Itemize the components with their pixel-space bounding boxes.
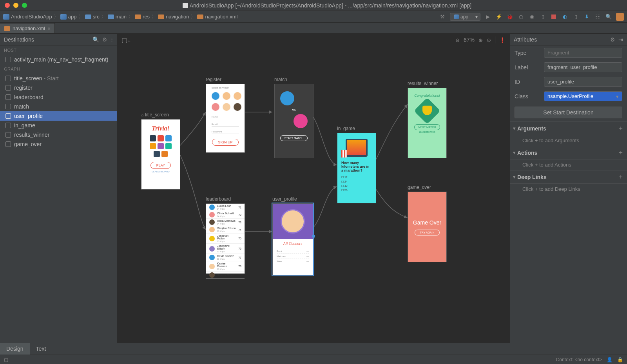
destination-item-match[interactable]: match bbox=[0, 102, 117, 111]
search-icon[interactable]: 🔍 bbox=[605, 13, 612, 20]
breadcrumb-item[interactable]: main bbox=[108, 14, 127, 20]
breadcrumb-item[interactable]: res bbox=[135, 14, 150, 20]
debug-icon[interactable]: 🐞 bbox=[506, 13, 513, 20]
destination-item-title_screen[interactable]: title_screen - Start bbox=[0, 74, 117, 83]
chevron-down-icon: ▾ bbox=[513, 125, 516, 131]
fragment-icon bbox=[5, 85, 11, 91]
maximize-window-button[interactable] bbox=[22, 3, 27, 8]
stop-button[interactable] bbox=[550, 13, 557, 20]
new-destination-icon[interactable]: ▢₊ bbox=[121, 36, 130, 44]
fragment-icon bbox=[5, 141, 11, 147]
folder-icon bbox=[108, 14, 114, 19]
tool-window-icon[interactable]: ▢ bbox=[4, 357, 8, 362]
folder-icon bbox=[135, 14, 141, 19]
zoom-in-icon[interactable]: ⊕ bbox=[478, 37, 483, 43]
attributes-panel: Attributes ⚙ ⇥ Type Fragment Label ID Cl… bbox=[509, 34, 627, 343]
breadcrumb-item[interactable]: src bbox=[85, 14, 100, 20]
search-icon[interactable]: 🔍 bbox=[92, 36, 99, 43]
action-handle[interactable] bbox=[312, 235, 315, 238]
gear-icon[interactable]: ⚙ bbox=[102, 36, 107, 43]
screen-match[interactable]: match vs START MATCH bbox=[274, 77, 314, 158]
editor-mode-tabs: Design Text bbox=[0, 343, 627, 355]
host-item[interactable]: activity_main (my_nav_host_fragment) bbox=[0, 55, 117, 64]
gear-icon[interactable]: ⚙ bbox=[610, 36, 615, 43]
add-deeplink-icon[interactable]: ＋ bbox=[618, 173, 624, 181]
screen-user-profile[interactable]: user_profile Ali Connors Rank—Matches—Wi… bbox=[272, 196, 313, 275]
leaderboard-row: Sawyer Stuart bbox=[206, 272, 245, 279]
context-status[interactable]: Context: <no context> bbox=[556, 357, 602, 362]
module-icon bbox=[3, 14, 9, 20]
build-icon[interactable]: ⚒ bbox=[439, 13, 446, 20]
leaderboard-row: Devin Gomez13 M pts77 bbox=[206, 254, 245, 261]
lock-icon[interactable]: 🔒 bbox=[617, 357, 623, 362]
class-select[interactable]: nsample.UserProfile bbox=[544, 91, 622, 101]
nav-editor-canvas[interactable]: ▢₊ ⊖ 67% ⊕ ⊙ ❗ ⌂title_screen bbox=[118, 34, 509, 343]
sdk-icon[interactable]: ⬇ bbox=[583, 13, 590, 20]
destinations-panel: Destinations 🔍 ⚙ ↕ HOST activity_main (m… bbox=[0, 34, 118, 343]
titlebar: AndroidStudioApp [~/AndroidStudioProject… bbox=[0, 0, 627, 11]
leaderboard-row: Kaylee Dawson13 M pts78 bbox=[206, 261, 245, 272]
breadcrumb: AndroidStudioApp〉 app〉 src〉 main〉 res〉 n… bbox=[3, 13, 439, 20]
folder-icon bbox=[85, 14, 91, 19]
tab-text[interactable]: Text bbox=[30, 343, 53, 355]
label-field[interactable] bbox=[544, 62, 622, 72]
destination-item-in_game[interactable]: in_game bbox=[0, 121, 117, 130]
leaderboard-row: Xiaojian Ellison13 M pts74 bbox=[206, 226, 245, 234]
screen-leaderboard[interactable]: leaderboard Lucas Leon14 M pts71Olivia S… bbox=[206, 196, 245, 274]
run-icon[interactable]: ▶ bbox=[484, 13, 491, 20]
leaderboard-row: Josephine Ellison13 M pts76 bbox=[206, 244, 245, 254]
leaderboard-row: Alicia Mathews14 M pts73 bbox=[206, 219, 245, 226]
fragment-icon bbox=[5, 104, 11, 109]
minimize-icon[interactable]: ⇥ bbox=[618, 36, 623, 43]
minimize-window-button[interactable] bbox=[13, 3, 18, 8]
destination-item-results_winner[interactable]: results_winner bbox=[0, 130, 117, 139]
destination-item-leaderboard[interactable]: leaderboard bbox=[0, 92, 117, 102]
deeplinks-section[interactable]: ▾ Deep Links ＋ bbox=[510, 170, 627, 184]
chevron-down-icon: ▾ bbox=[513, 174, 516, 180]
screen-results-winner[interactable]: results_winner Congratulations! NEXT MAT… bbox=[408, 81, 447, 158]
screen-in-game[interactable]: in_game How many kilometers are in a mar… bbox=[337, 126, 376, 203]
id-field[interactable] bbox=[544, 77, 622, 87]
breadcrumb-item[interactable]: navigation.xml bbox=[197, 14, 237, 20]
run-config-select[interactable]: app▾ bbox=[450, 13, 480, 21]
profiler-icon[interactable]: ◷ bbox=[517, 13, 524, 20]
breadcrumb-item[interactable]: app bbox=[60, 14, 77, 20]
xml-icon bbox=[4, 26, 10, 31]
errors-icon[interactable]: ❗ bbox=[499, 37, 506, 43]
leaderboard-row: Jonathan Patton13 M pts75 bbox=[206, 234, 245, 244]
attach-icon[interactable]: ◉ bbox=[528, 13, 535, 20]
host-section-label: HOST bbox=[0, 45, 117, 55]
apply-changes-icon[interactable]: ⚡ bbox=[495, 13, 502, 20]
screen-register[interactable]: register Select an Avatar Name Email Pas… bbox=[206, 77, 245, 153]
fragment-icon bbox=[5, 123, 11, 128]
actions-section[interactable]: ▾ Actions ＋ bbox=[510, 146, 627, 159]
close-window-button[interactable] bbox=[5, 3, 10, 8]
sync-icon[interactable]: ◐ bbox=[561, 13, 568, 20]
xml-icon bbox=[197, 14, 203, 19]
leaderboard-row: Olivia Schmitt14 M pts72 bbox=[206, 211, 245, 219]
add-action-icon[interactable]: ＋ bbox=[618, 148, 624, 157]
destination-item-user_profile[interactable]: user_profile bbox=[0, 111, 117, 121]
avd-icon[interactable]: ▯ bbox=[572, 13, 579, 20]
set-start-destination-button[interactable]: Set Start Destination bbox=[515, 107, 622, 118]
close-tab-icon[interactable]: × bbox=[47, 25, 51, 32]
file-tab[interactable]: navigation.xml × bbox=[0, 23, 55, 33]
avatar-icon[interactable] bbox=[616, 13, 624, 21]
destination-item-register[interactable]: register bbox=[0, 83, 117, 92]
arguments-section[interactable]: ▾ Arguments ＋ bbox=[510, 121, 627, 135]
screen-game-over[interactable]: game_over Game Over TRY AGAIN bbox=[408, 185, 447, 262]
sort-icon[interactable]: ↕ bbox=[111, 36, 113, 43]
tab-design[interactable]: Design bbox=[0, 343, 30, 355]
screen-title-screen[interactable]: ⌂title_screen Trivia! PLAY LEADERBOARD bbox=[141, 112, 180, 190]
chevron-down-icon: ▾ bbox=[513, 150, 516, 156]
device-icon[interactable]: ▯ bbox=[539, 13, 546, 20]
zoom-out-icon[interactable]: ⊖ bbox=[455, 37, 460, 43]
structure-icon[interactable]: ☷ bbox=[594, 13, 601, 20]
add-argument-icon[interactable]: ＋ bbox=[618, 124, 624, 132]
home-icon: ⌂ bbox=[141, 112, 144, 117]
zoom-fit-icon[interactable]: ⊙ bbox=[487, 37, 491, 43]
breadcrumb-item[interactable]: AndroidStudioApp bbox=[3, 14, 52, 20]
hector-icon[interactable]: 👤 bbox=[607, 357, 613, 362]
breadcrumb-item[interactable]: navigation bbox=[158, 14, 189, 20]
destination-item-game_over[interactable]: game_over bbox=[0, 139, 117, 149]
